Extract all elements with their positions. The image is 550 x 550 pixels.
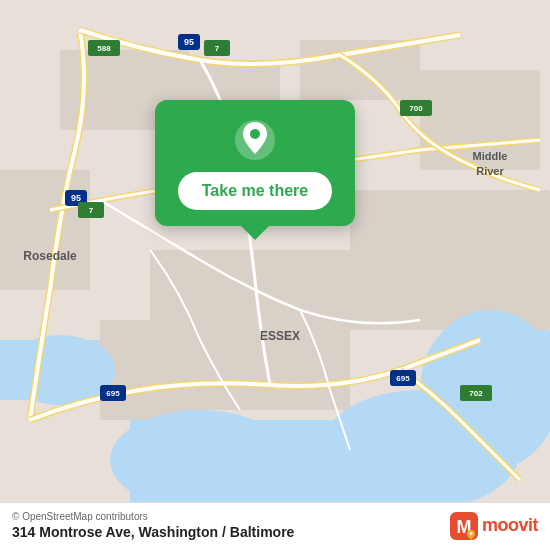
- bottom-bar: © OpenStreetMap contributors 314 Montros…: [0, 502, 550, 550]
- svg-text:7: 7: [215, 44, 220, 53]
- city-text: Washington / Baltimore: [139, 524, 295, 540]
- map-background: 95 95 695 695 588 7 7 700 702 7 Rossvill…: [0, 0, 550, 550]
- svg-text:ESSEX: ESSEX: [260, 329, 300, 343]
- svg-point-49: [469, 532, 472, 535]
- svg-text:700: 700: [409, 104, 423, 113]
- svg-text:Rosedale: Rosedale: [23, 249, 77, 263]
- svg-text:Middle: Middle: [473, 150, 508, 162]
- osm-credit: © OpenStreetMap contributors: [12, 511, 294, 522]
- svg-point-45: [250, 129, 260, 139]
- svg-text:95: 95: [184, 37, 194, 47]
- svg-rect-14: [0, 340, 100, 400]
- svg-rect-6: [0, 170, 90, 290]
- address-text: 314 Montrose Ave: [12, 524, 131, 540]
- address-line: 314 Montrose Ave, Washington / Baltimore: [12, 524, 294, 540]
- svg-rect-7: [350, 190, 550, 330]
- svg-text:695: 695: [106, 389, 120, 398]
- location-popup: Take me there: [155, 100, 355, 226]
- svg-text:695: 695: [396, 374, 410, 383]
- svg-text:7: 7: [89, 206, 94, 215]
- moovit-logo: M moovit: [450, 512, 538, 540]
- location-pin-icon: [233, 118, 277, 162]
- svg-text:588: 588: [97, 44, 111, 53]
- address-section: © OpenStreetMap contributors 314 Montros…: [12, 511, 294, 540]
- moovit-icon: M: [450, 512, 478, 540]
- moovit-text: moovit: [482, 515, 538, 536]
- map-container: 95 95 695 695 588 7 7 700 702 7 Rossvill…: [0, 0, 550, 550]
- take-me-there-button[interactable]: Take me there: [178, 172, 332, 210]
- svg-text:River: River: [476, 165, 504, 177]
- svg-text:702: 702: [469, 389, 483, 398]
- svg-text:95: 95: [71, 193, 81, 203]
